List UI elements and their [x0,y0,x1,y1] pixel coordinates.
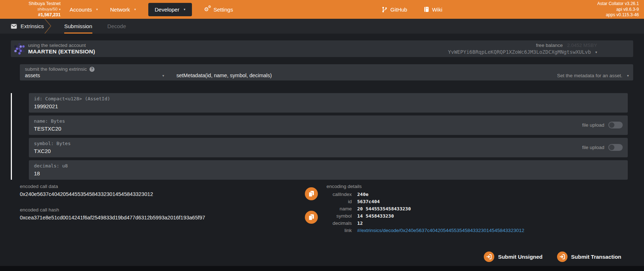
call-data-label: encoded call data [20,184,58,189]
pallet-select[interactable]: assets [25,73,176,78]
sign-in-icon [557,252,568,262]
method-name: setMetadata(id, name, symbol, decimals) [176,73,272,78]
copy-icon [308,214,314,220]
chain-spec: shibuya/50▾ [10,6,61,12]
encoding-row-link: link #/extrinsics/decode/0x240e5637c4042… [327,228,524,235]
file-upload-control: file upload [582,144,623,151]
param-symbol-input[interactable]: symbol: Bytes TXC20 file upload [29,138,628,157]
encoding-row-decimals: decimals 12 [327,220,524,228]
param-decimals-input[interactable]: decimals: u8 18 [29,160,628,180]
top-header: Shibuya Testnet shibuya/50▾ #1,567,231 A… [0,0,644,19]
toggle-knob [609,122,614,128]
copy-call-hash-button[interactable] [305,211,318,224]
chevron-down-icon: ▾ [162,74,164,78]
param-id-input[interactable]: id: Compact<u128> (AssetId) 19992021 [29,93,628,113]
param-id-label: id: Compact<u128> (AssetId) [34,96,110,101]
nav-accounts[interactable]: Accounts ▾ [70,6,98,13]
file-upload-label: file upload [582,122,604,128]
file-upload-control: file upload [582,122,623,128]
book-icon [424,6,429,12]
section-title: Extrinsics [11,19,44,34]
param-id-value: 19992021 [34,103,58,109]
copy-icon [308,191,314,197]
account-identicon [13,43,26,55]
param-name-input[interactable]: name: Bytes TESTXC20 file upload [29,115,628,135]
decode-link[interactable]: #/extrinsics/decode/0x240e5637c404205445… [357,228,524,233]
extrinsic-select-row: submit the following extrinsic ? assets … [20,64,633,80]
github-link[interactable]: GitHub [382,6,407,13]
tab-decode[interactable]: Decode [108,19,126,34]
copy-call-data-button[interactable] [305,187,318,200]
main-nav: Accounts ▾ Network ▾ Developer ▾ ⚙ ⚙ Set… [70,0,233,19]
call-data-value: 0x240e5637c40420544553545843323014545843… [20,191,153,197]
chain-name: Shibuya Testnet [10,1,61,6]
account-address[interactable]: YvWEPYi6BRqpLeKQRQP1XZoWc6JM3LoZDCXgMNgt… [448,49,597,55]
free-balance: free balance 2.0452 MSBY [536,43,597,48]
chevron-down-icon: ▾ [59,8,61,11]
window-bottom-edge [0,266,644,271]
extrinsics-page: Shibuya Testnet shibuya/50▾ #1,567,231 A… [0,0,644,271]
file-upload-toggle[interactable] [608,144,623,151]
wiki-link[interactable]: Wiki [424,6,442,13]
params-group-indicator [11,93,12,180]
method-description: Set the metadata for an asset. ▾ [557,73,629,78]
param-decimals-value: 18 [34,170,40,176]
chevron-down-icon: ▾ [96,8,98,11]
file-upload-toggle[interactable] [608,122,623,128]
file-upload-label: file upload [582,145,604,150]
submit-unsigned-button[interactable]: Submit Unsigned [484,252,542,262]
tab-divider-chevron [44,19,53,34]
free-balance-value: 2.0452 MSBY [567,43,597,48]
param-decimals-label: decimals: u8 [34,163,68,169]
nav-settings[interactable]: ⚙ ⚙ Settings [204,6,233,13]
tabs: Submission Decode [64,19,126,34]
code-branch-icon [382,6,387,13]
gear-icon: ⚙ ⚙ [204,6,211,13]
tab-bar: Extrinsics Submission Decode [0,19,644,34]
param-name-label: name: Bytes [34,118,65,124]
encoding-row-name: name 20 5445535458433230 [327,206,524,213]
param-symbol-label: symbol: Bytes [34,141,71,146]
account-name: MAARTEN (EXTENSION) [28,48,95,55]
encoding-row-id: id 5637c404 [327,199,524,206]
encoding-details: callIndex 240e id 5637c404 name 20 54455… [327,192,524,235]
action-buttons: Submit Unsigned Submit Transaction [484,252,621,262]
extrinsic-label: submit the following extrinsic ? [25,66,95,72]
encoding-row-symbol: symbol 14 5458433230 [327,213,524,220]
apps-version: apps v0.115.3-46 [597,12,639,18]
free-balance-label: free balance [536,43,562,48]
chevron-down-icon: ▾ [627,74,629,78]
toggle-knob [609,145,614,150]
tab-submission[interactable]: Submission [64,19,92,34]
external-links: GitHub Wiki [382,0,442,19]
chain-selector[interactable]: Shibuya Testnet shibuya/50▾ #1,567,231 [10,1,61,18]
nav-developer[interactable]: Developer ▾ [148,3,192,16]
call-hash-value: 0xcea371e8e51cd0014241f6af2549833d19bd47… [20,215,205,220]
chevron-down-icon: ▾ [595,50,597,54]
node-version: Astar Collator v3.26.1 [597,1,639,7]
chain-block-number: #1,567,231 [10,12,61,18]
encoding-details-title: encoding details [327,184,362,189]
chevron-down-icon: ▾ [184,8,185,11]
api-version: api v8.6.3-9 [597,7,639,13]
method-select[interactable]: setMetadata(id, name, symbol, decimals) … [176,73,629,78]
nav-network[interactable]: Network ▾ [110,6,136,13]
param-symbol-value: TXC20 [34,148,51,154]
version-info: Astar Collator v3.26.1 api v8.6.3-9 apps… [597,1,639,18]
submit-transaction-button[interactable]: Submit Transaction [557,252,621,262]
account-select-label: using the selected account [28,43,86,48]
param-name-value: TESTXC20 [34,126,61,132]
encoding-row-callindex: callIndex 240e [327,192,524,199]
call-hash-label: encoded call hash [20,207,59,213]
help-icon[interactable]: ? [89,67,95,72]
chevron-down-icon: ▾ [134,8,136,11]
envelope-icon [11,24,17,29]
sign-in-icon [484,252,494,262]
account-select[interactable]: using the selected account MAARTEN (EXTE… [11,40,633,57]
